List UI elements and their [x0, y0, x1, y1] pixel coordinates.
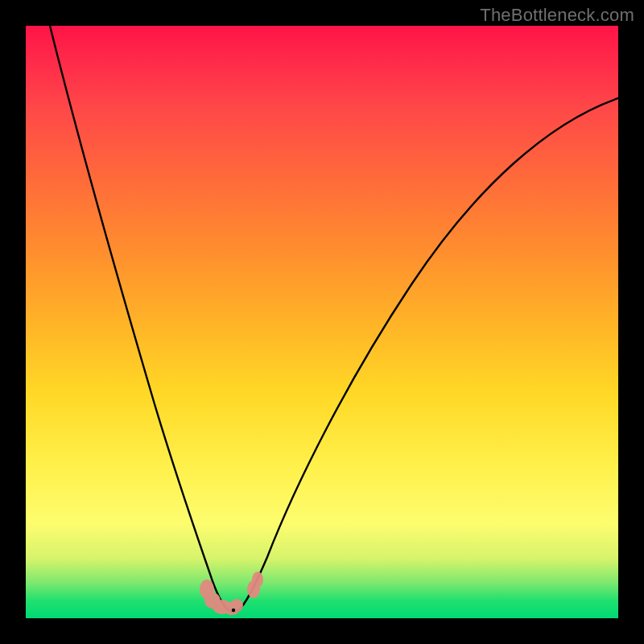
chart-frame: TheBottleneck.com: [0, 0, 644, 644]
minimum-point: [232, 609, 235, 612]
bottleneck-curve: [50, 26, 618, 612]
svg-point-6: [252, 572, 263, 588]
watermark-text: TheBottleneck.com: [480, 5, 634, 26]
plot-area: [26, 26, 618, 618]
curve-layer: [26, 26, 618, 618]
marker-high-cluster: [247, 572, 263, 598]
marker-low-cluster: [200, 580, 243, 615]
